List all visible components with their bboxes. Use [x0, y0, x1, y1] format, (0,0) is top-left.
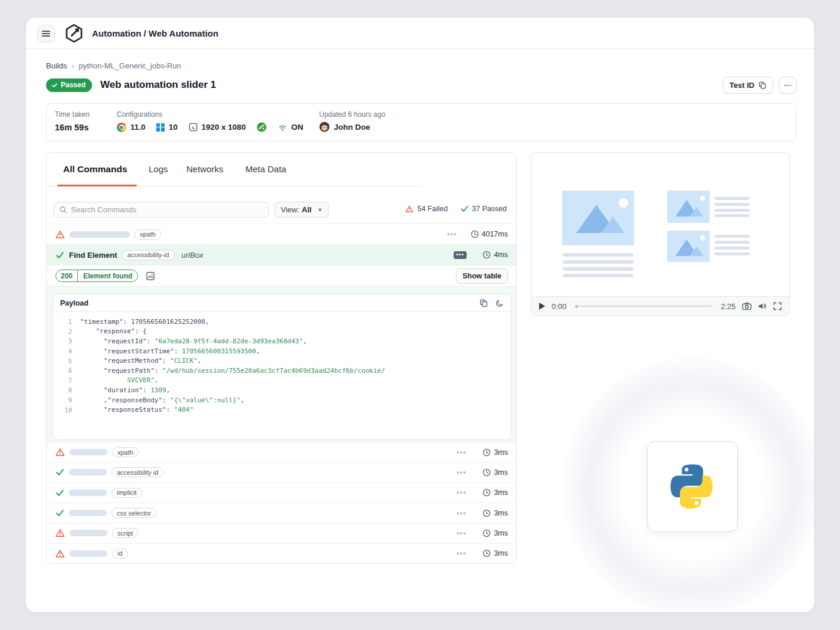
warning-icon	[55, 529, 65, 537]
view-filter-dropdown[interactable]: View:All ▼	[275, 202, 329, 218]
duration-value: 3ms	[494, 448, 508, 457]
payload-title: Payload	[60, 299, 88, 307]
command-row[interactable]: script•••3ms	[47, 523, 516, 543]
code-line: 8 "duration": 1309,	[53, 385, 511, 395]
tab-bar: All Commands Logs Networks Meta Data	[47, 153, 516, 186]
payload-code[interactable]: 1"timestamp": 1705665601625252000,2 "res…	[53, 312, 511, 415]
row-more-button[interactable]: •••	[457, 529, 467, 537]
row-more-button[interactable]: •••	[457, 549, 467, 557]
test-id-button[interactable]: Test ID	[723, 77, 773, 94]
warning-icon	[55, 549, 65, 558]
dark-mode-moon-icon[interactable]	[496, 299, 504, 307]
row-more-button[interactable]: •••	[454, 251, 467, 259]
search-input[interactable]	[71, 205, 263, 214]
status-badge: Passed	[46, 78, 92, 92]
video-preview	[531, 153, 789, 296]
command-row[interactable]: id•••3ms	[47, 543, 516, 563]
duration-value: 3ms	[494, 509, 508, 517]
duration-value: 3ms	[494, 549, 508, 557]
more-actions-button[interactable]: ⋯	[779, 77, 797, 94]
python-logo-icon	[670, 464, 716, 510]
code-line: 3 "requestId": "6a7eda28-9f5f-4add-82de-…	[53, 336, 511, 346]
command-name: Find Element	[69, 251, 117, 260]
row-more-button[interactable]: •••	[457, 468, 467, 477]
clock-icon	[483, 448, 491, 457]
failed-counter: 54 Failed	[405, 205, 447, 213]
current-time: 0:00	[552, 302, 566, 311]
command-row[interactable]: accessibility id•••3ms	[47, 462, 516, 482]
play-button[interactable]	[539, 303, 545, 310]
code-line: 4 "requestStartTime": 170566560031559350…	[53, 346, 511, 356]
payload-card: Payload 1"timestamp": 170566560162525200…	[52, 294, 511, 440]
screenshot-camera-button[interactable]	[742, 302, 752, 310]
avatar	[319, 122, 330, 132]
command-row[interactable]: implicit•••3ms	[47, 483, 516, 503]
resolution-icon	[189, 123, 198, 132]
check-icon	[55, 251, 64, 259]
locator-badge: id	[112, 549, 128, 559]
clock-icon	[483, 488, 491, 497]
user-name: John Doe	[334, 123, 370, 132]
time-taken-value: 16m 59s	[55, 123, 90, 132]
search-commands-box	[54, 202, 269, 218]
dot-separator: ·	[182, 123, 185, 132]
breadcrumb-current: python-ML_Generic_jobs-Run	[78, 61, 181, 70]
command-argument: urlBox	[182, 251, 204, 260]
video-controls: 0:00 2:25	[531, 296, 789, 316]
locator-badge: script	[112, 528, 138, 538]
volume-button[interactable]	[758, 302, 767, 310]
command-row[interactable]: xpath ••• 4017ms	[47, 224, 516, 244]
time-taken-label: Time taken	[55, 110, 90, 119]
chrome-browser-icon	[117, 123, 126, 132]
row-more-button[interactable]: •••	[447, 230, 457, 238]
skeleton-text	[69, 490, 107, 496]
duration-value: 4ms	[494, 251, 508, 259]
duration-value: 3ms	[494, 488, 508, 497]
skeleton-text	[69, 510, 107, 516]
warning-icon	[55, 448, 65, 457]
check-icon	[55, 489, 64, 497]
chevron-down-icon: ▼	[317, 207, 323, 213]
os-version: 10	[169, 123, 178, 132]
summary-card: Time taken 16m 59s Configurations 11.0 ·…	[46, 103, 796, 142]
dot-separator: ·	[271, 123, 274, 132]
app-logo-icon[interactable]	[64, 23, 84, 44]
test-title: Web automation slider 1	[100, 79, 216, 91]
command-row[interactable]: xpath•••3ms	[47, 442, 516, 462]
code-line: 1"timestamp": 1705665601625252000,	[53, 317, 511, 327]
hamburger-icon	[42, 29, 50, 38]
breadcrumb-builds-link[interactable]: Builds	[46, 61, 67, 70]
tab-networks[interactable]: Networks	[186, 164, 224, 174]
row-more-button[interactable]: •••	[457, 509, 467, 517]
show-table-button[interactable]: Show table	[456, 268, 508, 284]
skeleton-text	[70, 550, 107, 557]
skeleton-text	[70, 231, 130, 238]
seek-bar[interactable]	[575, 306, 711, 307]
selected-command-row[interactable]: Find Element accessibility-id urlBox •••…	[47, 244, 516, 265]
network-state: ON	[291, 123, 303, 132]
skeleton-text	[70, 449, 107, 455]
selenium-icon	[257, 122, 267, 132]
passed-counter: 37 Passed	[461, 205, 507, 213]
check-icon	[461, 205, 468, 212]
row-more-button[interactable]: •••	[457, 488, 467, 497]
tab-logs[interactable]: Logs	[149, 164, 168, 174]
tab-all-commands[interactable]: All Commands	[63, 164, 127, 175]
check-icon	[51, 82, 58, 88]
copy-icon	[759, 81, 766, 89]
row-more-button[interactable]: •••	[457, 448, 467, 457]
dot-separator: ·	[150, 123, 153, 132]
fullscreen-button[interactable]	[773, 302, 782, 310]
locator-badge: css selector	[111, 508, 156, 518]
response-message: Element found	[78, 270, 137, 281]
response-row: 200 Element found Show table	[47, 265, 516, 286]
warning-icon	[405, 205, 414, 213]
copy-icon[interactable]	[480, 299, 488, 307]
screenshot-icon[interactable]	[146, 271, 155, 281]
command-row[interactable]: css selector•••3ms	[47, 503, 516, 523]
hamburger-menu-button[interactable]	[37, 25, 55, 42]
tab-meta-data[interactable]: Meta Data	[245, 164, 286, 174]
check-icon	[55, 468, 64, 476]
app-window: Automation / Web Automation Builds › pyt…	[26, 18, 814, 612]
response-status-badge: 200 Element found	[55, 270, 138, 282]
